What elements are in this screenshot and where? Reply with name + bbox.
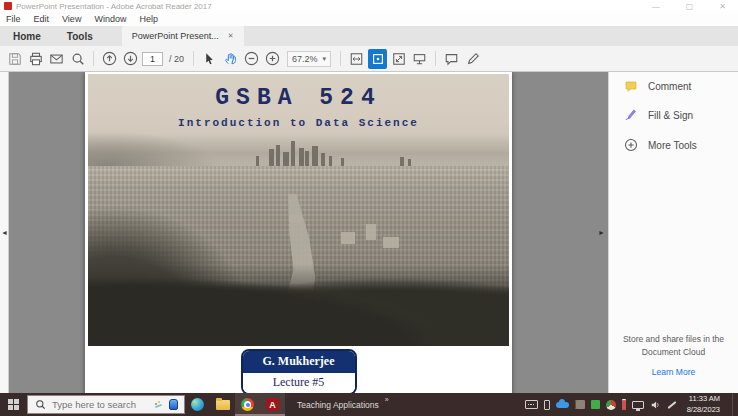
- pencil-icon: [466, 52, 480, 66]
- email-button[interactable]: [47, 49, 66, 69]
- page-up-icon: [102, 51, 117, 66]
- taskbar-clock[interactable]: 11:33 AM 8/28/2023: [683, 394, 726, 414]
- menu-file[interactable]: File: [6, 14, 21, 24]
- taskbar-chrome[interactable]: [235, 393, 260, 416]
- document-pane[interactable]: GSBA 524 Introduction to Data Science G.…: [9, 72, 608, 393]
- tab-close-icon[interactable]: ✕: [228, 32, 234, 40]
- fill-sign-tool-button[interactable]: [463, 49, 482, 69]
- zoom-out-button[interactable]: [242, 49, 261, 69]
- panel-item-comment[interactable]: Comment: [609, 72, 738, 101]
- taskbar-search[interactable]: [27, 395, 185, 414]
- volume-icon[interactable]: [650, 400, 661, 410]
- comment-tool-button[interactable]: [442, 49, 461, 69]
- cortana-pen-icon: [154, 400, 163, 409]
- read-mode-button[interactable]: [410, 49, 429, 69]
- slide-subtitle: Introduction to Data Science: [88, 117, 509, 129]
- folder-icon: [216, 400, 230, 410]
- zoom-level-select[interactable]: 67.2% ▾: [287, 51, 331, 67]
- chrome-icon: [241, 398, 254, 411]
- panel-item-more-tools-label: More Tools: [648, 140, 697, 151]
- full-screen-button[interactable]: [389, 49, 408, 69]
- cursor-icon: [203, 52, 216, 66]
- hand-tool-button[interactable]: [221, 49, 240, 69]
- taskbar-toolbar-label[interactable]: Teaching Applications »: [297, 400, 389, 410]
- pen-tray-icon[interactable]: [667, 404, 677, 406]
- fit-width-button[interactable]: [347, 49, 366, 69]
- save-button[interactable]: [5, 49, 24, 69]
- email-icon: [49, 52, 64, 66]
- phone-icon[interactable]: [544, 400, 550, 410]
- zoom-level-value: 67.2%: [292, 54, 318, 64]
- menu-bar: File Edit View Window Help: [0, 12, 738, 26]
- document-cloud-promo: Store and share files in the Document Cl…: [617, 333, 730, 379]
- print-button[interactable]: [26, 49, 45, 69]
- zoom-in-icon: [265, 51, 280, 66]
- tab-home[interactable]: Home: [0, 26, 54, 46]
- menu-help[interactable]: Help: [139, 14, 158, 24]
- onedrive-icon[interactable]: [556, 402, 569, 408]
- display-icon: [412, 52, 427, 66]
- page-number-input[interactable]: [142, 52, 163, 66]
- fit-width-icon: [349, 52, 364, 66]
- usb-device-icon[interactable]: [622, 400, 626, 410]
- save-icon: [8, 52, 22, 66]
- tools-panel: Comment Fill & Sign More Tools Store and…: [608, 72, 738, 393]
- toolbar-separator: [435, 51, 436, 66]
- clock-date: 8/28/2023: [687, 405, 720, 415]
- restore-button[interactable]: ▢: [686, 2, 694, 11]
- browser-tray-icon[interactable]: [606, 400, 616, 410]
- chevron-icon: »: [385, 396, 389, 403]
- fit-page-icon: [371, 52, 385, 66]
- edge-icon: [191, 398, 204, 411]
- show-desktop-button[interactable]: [732, 393, 735, 416]
- tab-document-label: PowerPoint Present...: [132, 31, 219, 41]
- menu-edit[interactable]: Edit: [34, 14, 50, 24]
- select-tool-button[interactable]: [200, 49, 219, 69]
- book-app-icon[interactable]: [575, 400, 585, 409]
- next-page-arrow[interactable]: ►: [598, 229, 605, 236]
- author-badge: G. Mukherjee Lecture #5: [241, 349, 357, 393]
- fit-page-button[interactable]: [368, 49, 387, 69]
- menu-window[interactable]: Window: [94, 14, 126, 24]
- panel-item-more-tools[interactable]: More Tools: [609, 130, 738, 160]
- tab-document[interactable]: PowerPoint Present... ✕: [122, 26, 244, 46]
- next-page-button[interactable]: [121, 49, 140, 69]
- plus-circle-icon: [624, 138, 638, 152]
- previous-page-arrow[interactable]: ◄: [1, 229, 8, 236]
- previous-page-button[interactable]: [100, 49, 119, 69]
- taskbar-file-explorer[interactable]: [210, 393, 235, 416]
- learn-more-link[interactable]: Learn More: [617, 366, 730, 379]
- antivirus-icon[interactable]: [591, 400, 600, 409]
- windows-taskbar: A Teaching Applications » 11:33 AM 8/28/…: [0, 393, 738, 416]
- slide-lecture-number: Lecture #5: [243, 373, 355, 393]
- photo-downtown-skyline: [88, 131, 509, 166]
- start-button[interactable]: [0, 393, 27, 416]
- search-input[interactable]: [52, 399, 148, 410]
- fountain-pen-icon: [624, 109, 638, 122]
- taskbar-acrobat[interactable]: A: [260, 393, 285, 416]
- display-tray-icon[interactable]: [632, 401, 644, 409]
- minimize-button[interactable]: —: [652, 2, 660, 11]
- panel-item-fill-sign[interactable]: Fill & Sign: [609, 101, 738, 130]
- windows-logo-icon: [8, 399, 19, 410]
- panel-item-comment-label: Comment: [648, 81, 691, 92]
- close-button[interactable]: ✕: [719, 2, 726, 11]
- main-toolbar: / 20 67.2% ▾: [0, 46, 738, 72]
- page-down-icon: [123, 51, 138, 66]
- speaker-icon: [650, 400, 661, 410]
- taskbar-edge[interactable]: [185, 393, 210, 416]
- zoom-in-button[interactable]: [263, 49, 282, 69]
- tab-bar: Home Tools PowerPoint Present... ✕: [0, 26, 738, 46]
- tab-tools[interactable]: Tools: [54, 26, 106, 46]
- speech-bubble-icon: [444, 52, 459, 66]
- promo-text: Store and share files in the Document Cl…: [623, 334, 724, 357]
- full-screen-icon: [392, 52, 406, 66]
- search-icon: [35, 399, 46, 410]
- menu-view[interactable]: View: [62, 14, 81, 24]
- find-button[interactable]: [68, 49, 87, 69]
- panel-item-fill-sign-label: Fill & Sign: [648, 110, 693, 121]
- pdf-page: GSBA 524 Introduction to Data Science G.…: [85, 72, 512, 393]
- toolbar-separator: [93, 51, 94, 66]
- touch-keyboard-icon[interactable]: [525, 400, 538, 409]
- comment-bubble-icon: [624, 80, 638, 93]
